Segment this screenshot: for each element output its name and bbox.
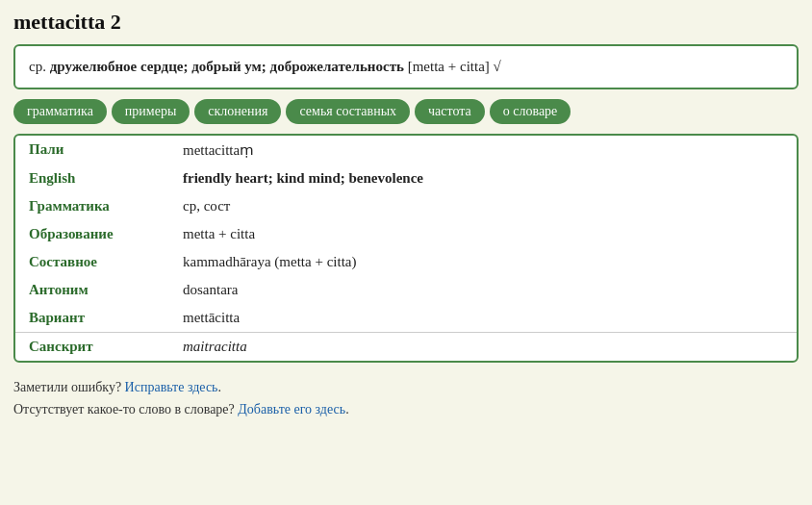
info-value-english: friendly heart; kind mind; benevolence	[169, 164, 797, 192]
tab-family[interactable]: семья составных	[286, 99, 410, 124]
missing-note: Отсутствует какое-то слово в словаре? До…	[13, 398, 799, 421]
info-label-english: English	[15, 164, 169, 192]
info-value-formation: metta + citta	[169, 220, 797, 248]
info-row-formation: Образованиеmetta + citta	[15, 220, 797, 248]
page-title: mettacitta 2	[13, 10, 799, 35]
info-row-variant: Вариантmettācitta	[15, 304, 797, 333]
tab-frequency[interactable]: частота	[415, 99, 485, 124]
info-value-compound: kammadhāraya (metta + citta)	[169, 248, 797, 276]
info-value-pali: mettacittaṃ	[169, 136, 797, 164]
info-value-antonym: dosantara	[169, 276, 797, 304]
info-label-antonym: Антоним	[15, 276, 169, 304]
error-note-text: Заметили ошибку?	[13, 380, 125, 394]
info-row-grammar: Грамматикаср, сост	[15, 192, 797, 220]
info-label-sanskrit: Санскрит	[15, 332, 169, 361]
tab-grammar[interactable]: грамматика	[13, 99, 107, 124]
info-value-grammar: ср, сост	[169, 192, 797, 220]
info-row-pali: Палиmettacittaṃ	[15, 136, 797, 164]
info-row-sanskrit: Санскритmaitracitta	[15, 332, 797, 361]
error-link[interactable]: Исправьте здесь	[125, 380, 218, 394]
info-table: ПалиmettacittaṃEnglishfriendly heart; ki…	[15, 136, 797, 361]
error-note: Заметили ошибку? Исправьте здесь.	[13, 376, 799, 399]
definition-prefix: ср.	[29, 59, 50, 74]
info-label-grammar: Грамматика	[15, 192, 169, 220]
tab-about[interactable]: о словаре	[490, 99, 571, 124]
definition-bold: дружелюбное сердце; добрый ум; доброжела…	[50, 59, 404, 74]
info-label-pali: Пали	[15, 136, 169, 164]
info-label-formation: Образование	[15, 220, 169, 248]
info-label-compound: Составное	[15, 248, 169, 276]
definition-suffix: [metta + citta] √	[404, 59, 501, 74]
tab-examples[interactable]: примеры	[112, 99, 190, 124]
definition-box: ср. дружелюбное сердце; добрый ум; добро…	[13, 44, 799, 89]
tabs-bar: грамматикапримерысклонениясемья составны…	[13, 99, 799, 124]
missing-link[interactable]: Добавьте его здесь	[238, 402, 345, 417]
main-info-box: ПалиmettacittaṃEnglishfriendly heart; ki…	[13, 134, 799, 363]
footer-notes: Заметили ошибку? Исправьте здесь. Отсутс…	[13, 372, 799, 426]
info-row-compound: Составноеkammadhāraya (metta + citta)	[15, 248, 797, 276]
info-row-english: Englishfriendly heart; kind mind; benevo…	[15, 164, 797, 192]
missing-note-text: Отсутствует какое-то слово в словаре?	[13, 402, 238, 417]
info-value-variant: mettācitta	[169, 304, 797, 333]
tab-declensions[interactable]: склонения	[194, 99, 281, 124]
info-row-antonym: Антонимdosantara	[15, 276, 797, 304]
info-value-sanskrit: maitracitta	[169, 332, 797, 361]
info-label-variant: Вариант	[15, 304, 169, 333]
